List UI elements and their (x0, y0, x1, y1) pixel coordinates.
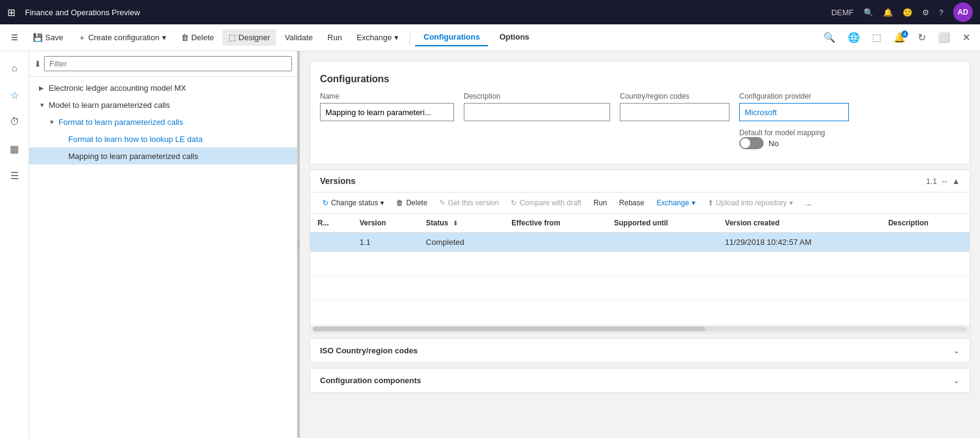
tree-content: ▶ Electronic ledger accounting model MX … (29, 77, 297, 438)
country-codes-input[interactable] (620, 103, 730, 121)
compare-icon: ↻ (511, 199, 517, 207)
list-item[interactable]: ▶ Format to learn how to lookup LE data (29, 130, 297, 147)
upload-icon: ⬆ (708, 199, 714, 207)
badge-icon[interactable]: 🔔4 (889, 27, 911, 48)
versions-delete-button[interactable]: 🗑 Delete (391, 196, 432, 210)
sidebar-home-icon[interactable]: ⌂ (2, 56, 27, 80)
toggle-row: No (739, 137, 849, 149)
config-components-section[interactable]: Configuration components ⌄ (310, 368, 970, 393)
sidebar-workspaces-icon[interactable]: ▦ (2, 136, 27, 161)
collapse-icon: ▼ (49, 119, 56, 125)
name-input[interactable] (320, 103, 454, 121)
panel-icon[interactable]: ⬚ (867, 27, 886, 48)
config-provider-input[interactable] (739, 103, 849, 121)
tab-options[interactable]: Options (491, 29, 538, 46)
table-row[interactable]: 1.1 Completed 11/29/2018 10:42:57 AM (310, 233, 970, 252)
refresh-icon[interactable]: ↻ (913, 27, 931, 48)
run-button[interactable]: Run (321, 29, 348, 46)
run-version-button[interactable]: Run (589, 196, 612, 210)
create-config-button[interactable]: ＋ Create configuration ▾ (72, 29, 172, 47)
col-status: Status ⬇ (419, 214, 504, 233)
versions-toolbar: ↻ Change status ▾ 🗑 Delete ✎ Get this ve… (310, 193, 970, 214)
sidebar-favorites-icon[interactable]: ☆ (2, 83, 27, 107)
cell-version: 1.1 (352, 233, 419, 252)
description-input[interactable] (464, 103, 610, 121)
cell-supported-until (606, 233, 717, 252)
designer-button[interactable]: ⬚ Designer (222, 29, 276, 46)
col-supported-until: Supported until (606, 214, 717, 233)
cell-effective-from (504, 233, 606, 252)
get-version-button[interactable]: ✎ Get this version (435, 196, 503, 210)
name-field: Name (320, 92, 454, 121)
col-description: Description (881, 214, 970, 233)
col-version-created: Version created (718, 214, 881, 233)
versions-delete-icon: 🗑 (396, 199, 403, 207)
horizontal-scrollbar[interactable] (310, 325, 970, 333)
search-icon[interactable]: 🔍 (864, 8, 873, 17)
emoji-icon[interactable]: 🙂 (903, 8, 912, 17)
bell-icon[interactable]: 🔔 (883, 8, 893, 17)
name-label: Name (320, 92, 454, 101)
cell-version-created: 11/29/2018 10:42:57 AM (718, 233, 881, 252)
exchange-button[interactable]: Exchange ▾ (350, 29, 405, 46)
compare-draft-button[interactable]: ↻ Compare with draft (506, 196, 586, 210)
table-row-empty-1 (310, 252, 970, 277)
upload-repo-button[interactable]: ⬆ Upload into repository ▾ (703, 196, 798, 210)
list-item[interactable]: ▼ Model to learn parameterized calls (29, 96, 297, 113)
change-status-button[interactable]: ↻ Change status ▾ (318, 196, 389, 210)
separator (410, 30, 410, 45)
iso-codes-section[interactable]: ISO Country/region codes ⌄ (310, 338, 970, 363)
tree-resize-handle[interactable] (297, 51, 300, 438)
exchange-chevron-icon: ▾ (692, 199, 695, 207)
cmd-search-icon[interactable]: 🔍 (818, 27, 840, 48)
designer-icon: ⬚ (229, 33, 236, 42)
gear-icon[interactable]: ⚙ (922, 8, 929, 17)
list-item[interactable]: ▼ Format to learn parameterized calls (29, 113, 297, 130)
grid-icon[interactable]: ⊞ (7, 7, 15, 18)
description-label: Description (464, 92, 610, 101)
left-sidebar: ⌂ ☆ ⏱ ▦ ☰ (0, 51, 29, 438)
get-version-icon: ✎ (439, 199, 446, 207)
avatar[interactable]: AD (953, 2, 973, 22)
default-mapping-group: Default for model mapping No (739, 129, 849, 149)
sidebar-list-icon[interactable]: ☰ (2, 163, 27, 188)
toggle-value: No (769, 139, 779, 148)
config-provider-field: Configuration provider Default for model… (739, 92, 849, 149)
change-status-chevron: ▾ (380, 199, 384, 207)
list-item[interactable]: ▶ Mapping to learn parameterized calls (29, 147, 297, 164)
version-separator: -- (942, 177, 947, 186)
cell-description (881, 233, 970, 252)
command-bar: ☰ 💾 Save ＋ Create configuration ▾ 🗑 Dele… (0, 24, 980, 51)
versions-count-area: 1.1 -- ▲ (926, 177, 960, 186)
tab-configurations[interactable]: Configurations (415, 29, 488, 46)
col-version: Version (352, 214, 419, 233)
delete-button[interactable]: 🗑 Delete (175, 29, 221, 46)
cell-status: Completed (419, 233, 504, 252)
exchange-chevron-icon: ▾ (394, 33, 399, 42)
default-mapping-toggle[interactable] (739, 137, 764, 149)
delete-icon: 🗑 (181, 33, 189, 42)
more-button[interactable]: ... (800, 196, 816, 210)
maximize-icon[interactable]: ⬜ (933, 27, 955, 48)
help-icon[interactable]: ? (939, 8, 943, 17)
sidebar-recent-icon[interactable]: ⏱ (2, 110, 27, 134)
content-panel: Configurations Name Description Country/… (300, 51, 980, 438)
rebase-button[interactable]: Rebase (614, 196, 649, 210)
validate-button[interactable]: Validate (279, 29, 319, 46)
main-layout: ⌂ ☆ ⏱ ▦ ☰ ⬇ ▶ Electronic ledger accounti… (0, 51, 980, 438)
versions-section: Versions 1.1 -- ▲ ↻ Change status ▾ 🗑 De… (310, 169, 970, 333)
default-mapping-label: Default for model mapping (739, 129, 849, 137)
close-icon[interactable]: ✕ (957, 27, 975, 48)
components-chevron-icon: ⌄ (953, 376, 960, 385)
list-item[interactable]: ▶ Electronic ledger accounting model MX (29, 79, 297, 96)
exchange-version-button[interactable]: Exchange ▾ (652, 196, 700, 210)
status-filter-icon[interactable]: ⬇ (453, 220, 458, 227)
world-icon[interactable]: 🌐 (843, 27, 865, 48)
tree-filter-input[interactable] (44, 56, 292, 71)
save-button[interactable]: 💾 Save (27, 29, 69, 46)
hamburger-button[interactable]: ☰ (5, 29, 24, 46)
table-row-empty-2 (310, 277, 970, 301)
scrollbar-thumb[interactable] (313, 327, 705, 331)
versions-collapse-button[interactable]: ▲ (952, 177, 960, 186)
table-header-row: R... Version Status ⬇ Effective from (310, 214, 970, 233)
